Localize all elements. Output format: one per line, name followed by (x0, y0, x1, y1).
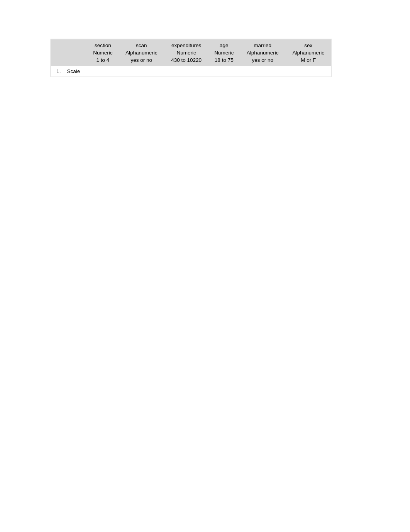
row-1-scan (119, 66, 164, 76)
col-subheader-married: Alphanumeric (240, 49, 286, 56)
col-subheader-empty1 (51, 49, 63, 56)
col-subheader-expenditures: Numeric (164, 49, 208, 56)
col-subheader-scan: Alphanumeric (119, 49, 164, 56)
data-table: section scan expenditures age married se… (51, 39, 331, 76)
page-container: section scan expenditures age married se… (0, 0, 410, 532)
table-row: 1. Scale (51, 66, 331, 76)
row-1-expenditures (164, 66, 208, 76)
col-range-married: yes or no (240, 56, 286, 66)
col-subheader-sex: Alphanumeric (285, 49, 331, 56)
col-range-section: 1 to 4 (87, 56, 119, 66)
col-header-section: section (87, 39, 119, 49)
col-header-scan: scan (119, 39, 164, 49)
row-1-sex (285, 66, 331, 76)
row-1-married (240, 66, 286, 76)
col-header-age: age (208, 39, 240, 49)
col-subheader-age: Numeric (208, 49, 240, 56)
row-number-1: 1. (51, 66, 63, 76)
col-header-married: married (240, 39, 286, 49)
col-range-empty2 (63, 56, 87, 66)
col-header-empty2 (63, 39, 87, 49)
col-range-sex: M or F (285, 56, 331, 66)
header-row-range: 1 to 4 yes or no 430 to 10220 18 to 75 y… (51, 56, 331, 66)
col-subheader-empty2 (63, 49, 87, 56)
row-label-1: Scale (63, 66, 87, 76)
header-row-datatype: Numeric Alphanumeric Numeric Numeric Alp… (51, 49, 331, 56)
col-range-expenditures: 430 to 10220 (164, 56, 208, 66)
col-header-empty1 (51, 39, 63, 49)
col-subheader-section: Numeric (87, 49, 119, 56)
col-range-empty1 (51, 56, 63, 66)
table-area: section scan expenditures age married se… (50, 39, 332, 77)
header-row-type: section scan expenditures age married se… (51, 39, 331, 49)
col-header-expenditures: expenditures (164, 39, 208, 49)
col-range-scan: yes or no (119, 56, 164, 66)
row-1-age (208, 66, 240, 76)
row-1-section (87, 66, 119, 76)
col-header-sex: sex (285, 39, 331, 49)
table-wrapper: section scan expenditures age married se… (50, 39, 332, 77)
col-range-age: 18 to 75 (208, 56, 240, 66)
